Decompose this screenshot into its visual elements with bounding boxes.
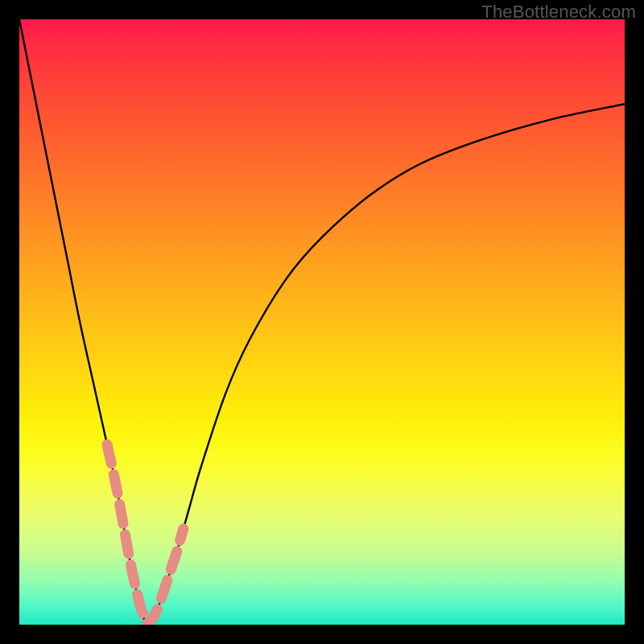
trough-highlight xyxy=(107,444,184,624)
bottleneck-curve xyxy=(19,19,625,625)
plot-area xyxy=(19,19,625,625)
chart-frame: TheBottleneck.com xyxy=(0,0,644,644)
curve-svg xyxy=(19,19,625,625)
